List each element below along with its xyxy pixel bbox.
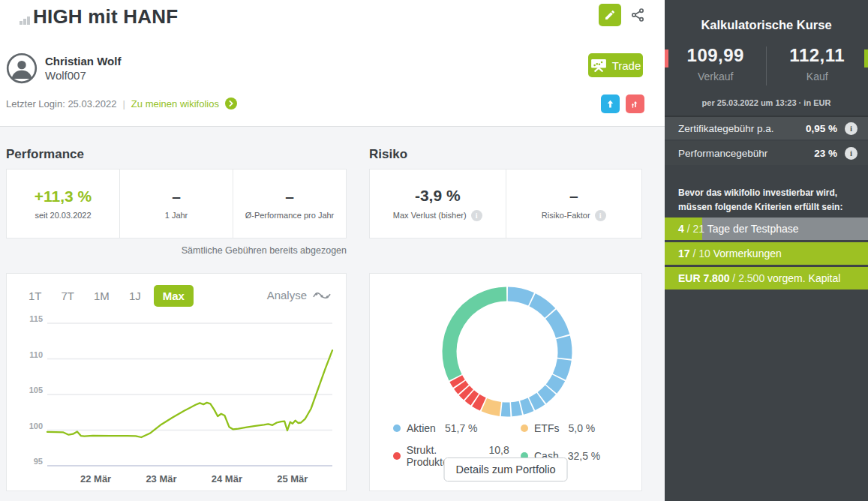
tab-1m[interactable]: 1M <box>84 286 119 306</box>
info-icon[interactable]: i <box>595 210 606 221</box>
price-timestamp: per 25.03.2022 um 13:23 · in EUR <box>665 98 868 107</box>
risk-factor-cell: – Risiko-Faktor i <box>506 170 642 238</box>
risk-heading: Risiko <box>369 147 407 162</box>
range-tabs: 1T 7T 1M 1J Max <box>19 285 194 307</box>
certificate-fee-value: 0,95 % <box>806 123 837 134</box>
svg-text:22 Mär: 22 Mär <box>80 473 111 484</box>
legend-label: Aktien <box>407 422 436 434</box>
performance-line-chart[interactable]: 1151101051009522 Mär23 Mär24 Mär25 Mär <box>14 311 340 487</box>
svg-text:100: 100 <box>29 422 43 430</box>
risk-factor-label: Risiko-Faktor <box>542 211 590 220</box>
legend-item-aktien: Aktien 51,7 % <box>393 422 521 434</box>
bar-chart-icon <box>20 16 30 25</box>
price-alert-button[interactable] <box>626 94 644 113</box>
etfs-dot-icon <box>521 424 528 432</box>
criteria-testphase-bar: 4 / 21 Tage der Testphase <box>665 218 868 240</box>
analyse-chart-icon <box>313 290 331 302</box>
risk-card: -3,9 % Max Verlust (bisher) i – Risiko-F… <box>369 169 642 238</box>
performance-per-year: – Ø-Performance pro Jahr <box>233 170 346 238</box>
share-icon <box>630 8 645 22</box>
analyse-label: Analyse <box>267 289 307 302</box>
trader-handle[interactable]: Wolf007 <box>45 69 86 82</box>
price-divider <box>766 46 767 86</box>
share-button[interactable] <box>629 6 647 24</box>
buy-price: 112,11 Kauf <box>767 45 868 82</box>
svg-text:110: 110 <box>29 350 43 359</box>
legend-value: 32,5 % <box>568 450 601 462</box>
tab-1t[interactable]: 1T <box>19 286 52 306</box>
trader-name[interactable]: Christian Wolf <box>45 55 121 68</box>
edit-button[interactable] <box>599 4 621 26</box>
criteria-name: Tage der Testphase <box>707 223 799 235</box>
performance-heading: Performance <box>6 147 84 162</box>
performance-value: +11,3 % <box>35 188 92 206</box>
login-row: Letzter Login: 25.03.2022 | Zu meinen wi… <box>6 98 237 110</box>
performance-fee-label: Performancegebühr <box>678 148 814 159</box>
svg-text:25 Mär: 25 Mär <box>277 473 308 484</box>
criteria-bold: 17 <box>678 248 690 260</box>
legend-value: 51,7 % <box>445 422 478 434</box>
page-title: HIGH mit HANF <box>33 5 178 28</box>
analyse-control[interactable]: Analyse <box>267 289 331 302</box>
separator: | <box>122 98 125 110</box>
risk-factor-value: – <box>569 187 578 205</box>
info-icon[interactable]: i <box>471 210 482 221</box>
sidebar-kurse: Kalkulatorische Kurse 109,99 Verkauf 112… <box>665 0 868 501</box>
performance-card: +11,3 % seit 20.03.2022 – 1 Jahr – Ø-Per… <box>6 169 347 238</box>
aktien-dot-icon <box>393 424 401 432</box>
criteria-bold: EUR 7.800 <box>678 272 729 284</box>
my-wikifolios-link[interactable]: Zu meinen wikifolios <box>131 98 219 110</box>
trader-avatar[interactable] <box>6 52 38 84</box>
arrow-up-icon <box>605 99 615 109</box>
criteria-name: vorgem. Kapital <box>767 272 840 284</box>
performance-fee-row: Performancegebühr 23 % i <box>665 141 868 165</box>
criteria-name: Vormerkungen <box>713 248 782 260</box>
max-loss-label: Max Verlust (bisher) <box>393 211 467 220</box>
sell-notch <box>665 50 668 68</box>
tab-1j[interactable]: 1J <box>119 286 151 306</box>
svg-text:105: 105 <box>29 386 43 394</box>
double-arrow-up-icon <box>630 99 641 110</box>
info-icon[interactable]: i <box>845 122 857 135</box>
last-login-text: Letzter Login: 25.03.2022 <box>6 98 116 110</box>
legend-label: ETFs <box>534 422 559 434</box>
chevron-right-icon[interactable] <box>225 98 237 110</box>
svg-text:24 Mär: 24 Mär <box>212 473 242 484</box>
criteria-bold: 4 <box>678 223 684 235</box>
max-loss-value: -3,9 % <box>415 187 461 205</box>
trade-button[interactable]: Trade <box>588 53 643 77</box>
legend-item-etfs: ETFs 5,0 % <box>521 422 618 434</box>
pencil-icon <box>604 9 616 21</box>
performance-since-start: +11,3 % seit 20.03.2022 <box>7 170 119 238</box>
wikifolio-page: HIGH mit HANF Christian Wolf Wolf007 <box>0 0 868 501</box>
buy-notch <box>864 50 868 68</box>
trade-button-label: Trade <box>612 59 641 72</box>
fees-note: Sämtliche Gebühren bereits abgezogen <box>6 245 347 256</box>
tab-max[interactable]: Max <box>154 285 194 307</box>
performance-value: – <box>285 188 294 206</box>
tab-7t[interactable]: 7T <box>52 286 85 306</box>
criteria-rest: / 10 <box>690 248 713 260</box>
buy-label: Kauf <box>767 70 868 82</box>
certificate-fee-row: Zertifikategebühr p.a. 0,95 % i <box>665 116 868 140</box>
performance-chart-card: 1T 7T 1M 1J Max Analyse 1151101051009522… <box>6 273 347 491</box>
strukt-produkte-dot-icon <box>393 452 401 460</box>
svg-text:95: 95 <box>34 457 43 466</box>
performance-value: – <box>172 188 181 206</box>
svg-text:115: 115 <box>29 314 43 323</box>
certificate-fee-label: Zertifikategebühr p.a. <box>678 123 806 134</box>
portfolio-details-button[interactable]: Details zum Portfolio <box>444 458 568 482</box>
push-up-button[interactable] <box>601 94 620 113</box>
performance-fee-value: 23 % <box>814 148 837 159</box>
performance-label: 1 Jahr <box>165 211 188 220</box>
criteria-vormerkungen-bar: 17 / 10 Vormerkungen <box>665 242 868 265</box>
trade-monitor-icon <box>590 58 607 72</box>
portfolio-donut-chart[interactable] <box>370 283 643 427</box>
criteria-rest: / 21 <box>684 223 707 235</box>
criteria-rest: / 2.500 <box>729 272 767 284</box>
sell-value: 109,99 <box>665 45 767 66</box>
info-icon[interactable]: i <box>845 147 857 160</box>
criteria-intro: Bevor das wikifolio investierbar wird, m… <box>678 186 855 214</box>
sell-label: Verkauf <box>665 70 767 82</box>
sidebar-title: Kalkulatorische Kurse <box>665 18 868 32</box>
